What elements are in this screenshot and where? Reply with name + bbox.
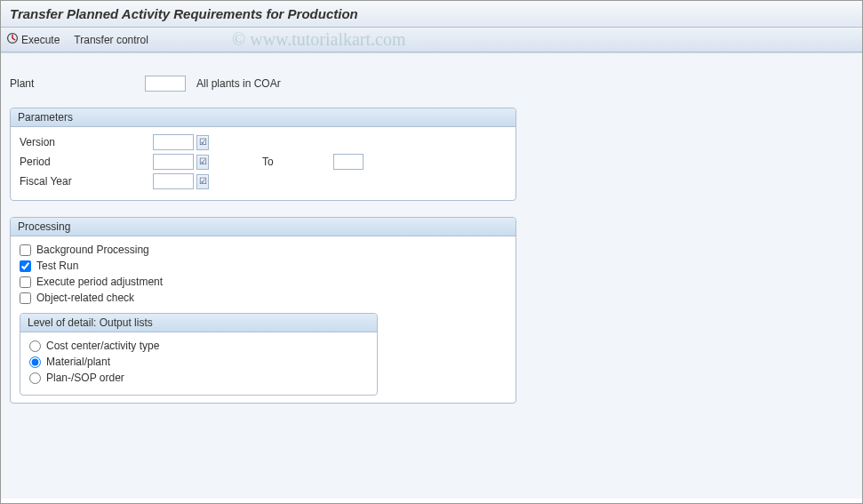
radio-cost-center-label: Cost center/activity type bbox=[46, 340, 159, 352]
required-icon: ☑ bbox=[196, 135, 209, 150]
fiscal-year-input[interactable] bbox=[153, 173, 194, 189]
execute-button[interactable]: Execute bbox=[6, 32, 60, 47]
radio-plan-sop-input[interactable] bbox=[29, 372, 41, 384]
version-label: Version bbox=[20, 136, 153, 148]
fiscal-year-label: Fiscal Year bbox=[20, 175, 153, 188]
transfer-control-label: Transfer control bbox=[74, 34, 148, 46]
radio-cost-center[interactable]: Cost center/activity type bbox=[29, 340, 368, 352]
radio-plan-sop-label: Plan-/SOP order bbox=[46, 372, 124, 384]
execute-period-checkbox[interactable]: Execute period adjustment bbox=[20, 276, 507, 288]
processing-title: Processing bbox=[11, 218, 515, 236]
test-run-label: Test Run bbox=[36, 260, 78, 272]
object-check-checkbox[interactable]: Object-related check bbox=[20, 292, 507, 304]
period-to-input[interactable] bbox=[333, 154, 364, 170]
radio-material-plant[interactable]: Material/plant bbox=[29, 356, 368, 368]
period-label: Period bbox=[20, 156, 153, 168]
background-processing-label: Background Processing bbox=[36, 244, 149, 256]
object-check-label: Object-related check bbox=[36, 292, 134, 304]
execute-period-input[interactable] bbox=[20, 276, 31, 288]
plant-row: Plant All plants in COAr bbox=[10, 76, 853, 92]
plant-input[interactable] bbox=[145, 76, 186, 92]
execute-label: Execute bbox=[21, 34, 60, 46]
period-input[interactable] bbox=[153, 154, 194, 170]
parameters-title: Parameters bbox=[11, 108, 515, 127]
required-icon: ☑ bbox=[196, 155, 209, 170]
main-area: Plant All plants in COAr Parameters Vers… bbox=[1, 52, 862, 499]
page-title: Transfer Planned Activity Requirements f… bbox=[1, 1, 862, 28]
radio-material-plant-input[interactable] bbox=[29, 356, 41, 368]
background-processing-input[interactable] bbox=[20, 244, 31, 256]
plant-label: Plant bbox=[10, 77, 145, 90]
radio-cost-center-input[interactable] bbox=[29, 340, 41, 352]
version-input[interactable] bbox=[153, 134, 194, 150]
processing-group: Processing Background Processing Test Ru… bbox=[10, 217, 516, 404]
parameters-group: Parameters Version ☑ Period ☑ To Fiscal … bbox=[10, 108, 516, 201]
radio-material-plant-label: Material/plant bbox=[46, 356, 110, 368]
background-processing-checkbox[interactable]: Background Processing bbox=[20, 244, 507, 256]
transfer-control-button[interactable]: Transfer control bbox=[74, 34, 148, 46]
test-run-checkbox[interactable]: Test Run bbox=[20, 260, 507, 272]
clock-execute-icon bbox=[6, 32, 19, 47]
toolbar: Execute Transfer control bbox=[1, 28, 862, 52]
test-run-input[interactable] bbox=[20, 260, 31, 272]
execute-period-label: Execute period adjustment bbox=[36, 276, 163, 288]
required-icon: ☑ bbox=[196, 174, 209, 189]
level-of-detail-title: Level of detail: Output lists bbox=[20, 314, 377, 332]
level-of-detail-group: Level of detail: Output lists Cost cente… bbox=[20, 313, 378, 396]
object-check-input[interactable] bbox=[20, 292, 31, 304]
to-label: To bbox=[262, 156, 333, 168]
radio-plan-sop[interactable]: Plan-/SOP order bbox=[29, 372, 368, 384]
plant-after-label: All plants in COAr bbox=[196, 77, 281, 90]
